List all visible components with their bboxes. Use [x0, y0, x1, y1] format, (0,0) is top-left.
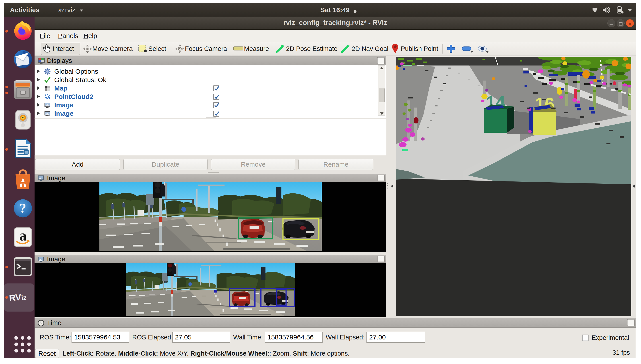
svg-text:?: ?: [20, 201, 26, 216]
svg-text:RV: RV: [59, 8, 64, 12]
svg-text:a: a: [19, 228, 27, 244]
svg-text:RViz: RViz: [9, 292, 27, 303]
